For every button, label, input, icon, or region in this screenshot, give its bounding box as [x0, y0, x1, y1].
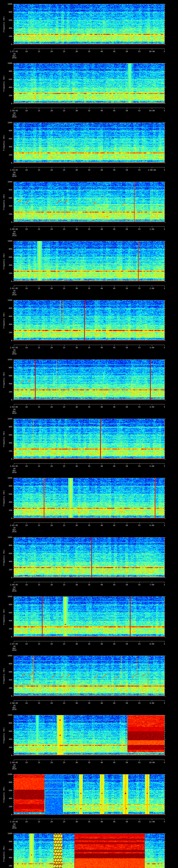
y-tick-label: 400	[4, 620, 12, 622]
spectrogram-panel: Frequency (Hz)020040060080010002:01:0510…	[0, 237, 178, 296]
y-tick-label: 600	[4, 789, 12, 792]
right-edge-seconds-label: 5	[157, 347, 172, 349]
y-axis-label: Frequency (Hz)	[3, 609, 5, 625]
y-tick-label: 400	[4, 501, 12, 503]
right-edge-seconds-label: 5	[157, 406, 172, 408]
y-tick-label: 800	[4, 485, 12, 487]
y-tick-label: 600	[4, 434, 12, 436]
y-tick-label: 1000	[4, 181, 12, 183]
y-tick-label: 800	[4, 603, 12, 606]
y-tick-label: 600	[4, 19, 12, 21]
y-tick-label: 600	[4, 197, 12, 199]
y-tick-label: 800	[4, 70, 12, 72]
y-tick-label: 1000	[4, 3, 12, 5]
date-year: 2016	[6, 531, 22, 533]
y-tick-label: 0	[4, 399, 12, 401]
date-year: 2016	[6, 649, 22, 651]
y-tick-label: 0	[4, 695, 12, 697]
right-edge-seconds-label: 5	[157, 169, 172, 171]
y-tick-label: 800	[4, 367, 12, 369]
y-axis-label: Frequency (Hz)	[3, 786, 5, 803]
y-axis-label: Frequency (Hz)	[3, 312, 5, 329]
y-axis-label: Frequency (Hz)	[3, 135, 5, 151]
y-tick-label: 800	[4, 248, 12, 250]
date-year: 2016	[6, 353, 22, 355]
y-axis-label: Frequency (Hz)	[3, 431, 5, 447]
right-edge-seconds-label: 5	[157, 643, 172, 645]
y-tick-label: 0	[4, 221, 12, 223]
y-axis-label: Frequency (Hz)	[3, 253, 5, 270]
y-tick-label: 800	[4, 781, 12, 783]
y-tick-label: 1000	[4, 299, 12, 301]
right-edge-seconds-label: 5	[157, 821, 172, 823]
y-tick-label: 200	[4, 687, 12, 689]
y-tick-label: 800	[4, 307, 12, 309]
y-axis-label: Frequency (Hz)	[3, 550, 5, 566]
y-tick-label: 200	[4, 746, 12, 749]
y-tick-label: 800	[4, 545, 12, 547]
y-tick-label: 600	[4, 375, 12, 377]
y-tick-label: 200	[4, 391, 12, 393]
right-edge-seconds-label: 5	[157, 51, 172, 53]
date-year: 2016	[6, 235, 22, 237]
spectrogram-panel: Frequency (Hz)020040060080010002:07:0510…	[0, 592, 178, 652]
y-tick-label: 400	[4, 146, 12, 148]
right-edge-seconds-label: 5	[157, 584, 172, 586]
y-tick-label: 400	[4, 857, 12, 859]
y-tick-label: 600	[4, 138, 12, 140]
y-tick-label: 200	[4, 332, 12, 334]
y-tick-label: 200	[4, 806, 12, 808]
y-tick-label: 400	[4, 798, 12, 800]
right-edge-seconds-label: 5	[157, 110, 172, 112]
y-axis-label: Frequency (Hz)	[3, 490, 5, 506]
y-tick-label: 400	[4, 27, 12, 29]
spectrogram-panel: Frequency (Hz)020040060080010002:11:0510…	[0, 830, 178, 868]
spectrogram-panel: Frequency (Hz)020040060080010002:02:0510…	[0, 296, 178, 355]
right-edge-seconds-label: 5	[157, 465, 172, 467]
y-tick-label: 600	[4, 612, 12, 614]
y-tick-label: 1000	[4, 418, 12, 420]
y-axis-label: Frequency (Hz)	[3, 194, 5, 210]
y-tick-label: 0	[4, 577, 12, 579]
y-tick-label: 0	[4, 458, 12, 460]
spectrogram-panel: Frequency (Hz)020040060080010002:04:0510…	[0, 415, 178, 474]
date-year: 2016	[6, 175, 22, 178]
y-tick-label: 800	[4, 11, 12, 13]
y-tick-label: 0	[4, 102, 12, 105]
y-tick-label: 800	[4, 841, 12, 843]
y-tick-label: 1000	[4, 122, 12, 124]
spectrogram-panel: Frequency (Hz)020040060080010002:05:0510…	[0, 474, 178, 533]
date-year: 2016	[6, 57, 22, 59]
y-axis-label: Frequency (Hz)	[3, 75, 5, 92]
y-tick-label: 1000	[4, 477, 12, 479]
y-tick-label: 200	[4, 450, 12, 452]
date-year: 2016	[6, 768, 22, 770]
y-tick-label: 200	[4, 154, 12, 156]
y-tick-label: 200	[4, 569, 12, 571]
date-year: 2016	[6, 412, 22, 414]
y-tick-label: 600	[4, 730, 12, 733]
spectrogram-panel: Frequency (Hz)020040060080010001:57:0510…	[0, 0, 178, 59]
y-tick-label: 1000	[4, 240, 12, 242]
right-edge-seconds-label: 5	[157, 702, 172, 704]
y-tick-label: 600	[4, 553, 12, 555]
y-tick-label: 400	[4, 442, 12, 444]
y-tick-label: 200	[4, 213, 12, 215]
spectrogram-stack: Frequency (Hz)020040060080010001:57:0510…	[0, 0, 178, 868]
y-tick-label: 800	[4, 130, 12, 132]
y-tick-label: 600	[4, 671, 12, 673]
right-edge-seconds-label: 5	[157, 524, 172, 527]
y-tick-label: 400	[4, 264, 12, 266]
y-axis-label: Frequency (Hz)	[3, 16, 5, 32]
y-axis-label: Frequency (Hz)	[3, 372, 5, 388]
y-tick-label: 1000	[4, 536, 12, 538]
y-tick-label: 400	[4, 383, 12, 385]
y-tick-label: 200	[4, 35, 12, 37]
y-tick-label: 800	[4, 722, 12, 724]
y-tick-label: 800	[4, 663, 12, 665]
y-tick-label: 0	[4, 636, 12, 638]
y-axis-label: Frequency (Hz)	[3, 668, 5, 684]
y-tick-label: 0	[4, 340, 12, 342]
y-tick-label: 200	[4, 509, 12, 512]
y-tick-label: 1000	[4, 596, 12, 598]
